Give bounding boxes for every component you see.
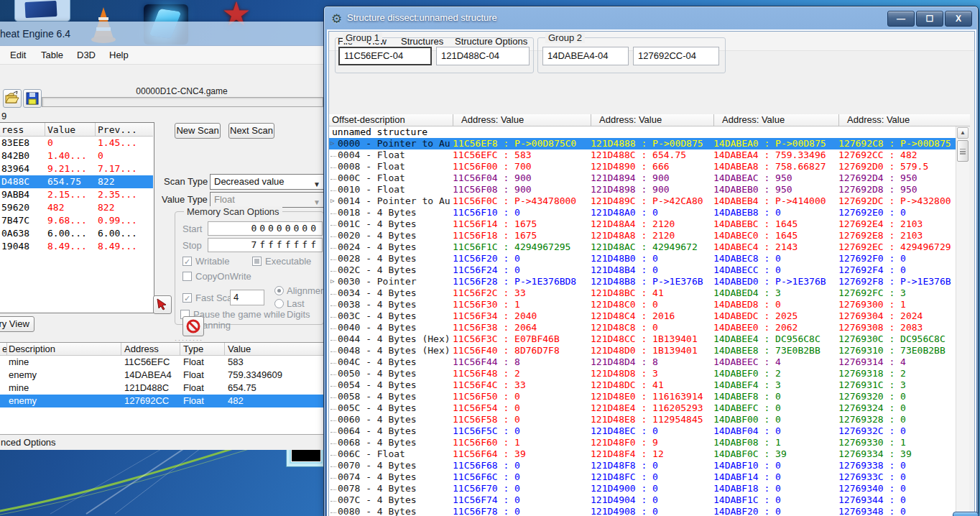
open-table-button[interactable] xyxy=(3,89,22,108)
column-address[interactable]: Address xyxy=(124,344,159,354)
dissect-row[interactable]: 007C - 4 Bytes11C56F74 : 0121D4904 : 014… xyxy=(329,494,956,506)
column-address-value-1[interactable]: Address: Value xyxy=(461,114,524,125)
fast-scan-checkbox[interactable]: ✓ xyxy=(182,293,192,303)
group2-address-1[interactable]: 14DABEA4-04 xyxy=(542,47,629,65)
menu-d3d[interactable]: D3D xyxy=(77,50,96,60)
dissect-row[interactable]: 0054 - 4 Bytes11C56F4C : 33121D48DC : 41… xyxy=(329,379,956,391)
column-offset-description[interactable]: Offset-description xyxy=(332,114,405,125)
save-table-button[interactable] xyxy=(23,89,42,108)
menu-table[interactable]: Table xyxy=(41,50,63,60)
column-address[interactable]: ress xyxy=(1,124,24,137)
dissect-row[interactable]: 0048 - 4 Bytes (Hex)11C56F40 : 8D76D7F81… xyxy=(329,345,956,356)
dissect-row[interactable]: 0024 - 4 Bytes11C56F1C : 4294967295121D4… xyxy=(329,241,956,253)
scan-result-row[interactable]: 190488.49...8.49... xyxy=(0,240,153,253)
scan-result-row[interactable]: 83EE801.45... xyxy=(0,137,153,149)
column-address-value-2[interactable]: Address: Value xyxy=(599,114,662,125)
column-description[interactable]: Description xyxy=(9,344,55,354)
vertical-scrollbar[interactable]: ▲ xyxy=(956,126,969,516)
scan-result-row[interactable]: 842B01.40...0 xyxy=(0,149,153,162)
column-type[interactable]: Type xyxy=(183,344,203,354)
scan-result-row[interactable]: 0A6386.00...6.00... xyxy=(0,227,153,240)
scan-results-header[interactable]: ress Value Prev... xyxy=(0,123,153,137)
dissect-row[interactable]: 0050 - 4 Bytes11C56F48 : 2121D48D8 : 314… xyxy=(329,368,956,379)
cheat-table-row[interactable]: mine11C56EFCFloat583 xyxy=(0,356,325,369)
dissect-row[interactable]: 006C - Float11C56F64 : 39121D48F4 : 1214… xyxy=(329,448,956,460)
dissect-row[interactable]: 0040 - 4 Bytes11C56F38 : 2064121D48C8 : … xyxy=(329,322,956,333)
minimize-button[interactable]: — xyxy=(887,11,915,27)
cheat-table-row[interactable]: mine121D488CFloat654.75 xyxy=(0,382,325,395)
column-prev[interactable]: Prev... xyxy=(98,124,137,137)
dissect-row[interactable]: ▷0000 - Pointer to Au11C56EF8 : P->00D87… xyxy=(329,138,956,149)
expand-arrow-icon[interactable]: ▷ xyxy=(329,276,338,287)
last-digits-radio[interactable] xyxy=(274,299,284,308)
pointer-scan-arrow-button[interactable] xyxy=(153,295,172,314)
scan-results-list[interactable]: ress Value Prev... 83EE801.45...842B01.4… xyxy=(0,122,154,313)
dissect-row[interactable]: 0028 - 4 Bytes11C56F20 : 0121D48B0 : 014… xyxy=(329,253,956,264)
fast-scan-value-field[interactable]: 4 xyxy=(230,290,264,305)
dissect-row[interactable]: 0010 - Float11C56F08 : 900121D4898 : 900… xyxy=(329,184,956,195)
advanced-options-strip[interactable]: nced Options xyxy=(0,434,325,450)
scroll-down-button[interactable] xyxy=(953,512,979,516)
executable-checkbox[interactable] xyxy=(252,257,262,266)
start-address-field[interactable]: 00000000 xyxy=(208,221,323,236)
cheat-table-header[interactable]: e Description Address Type Value xyxy=(0,343,325,356)
cheat-engine-titlebar[interactable]: heat Engine 6.4 xyxy=(0,22,325,46)
column-address-value-4[interactable]: Address: Value xyxy=(847,114,910,125)
scan-type-combo[interactable]: Decreased value ▼ xyxy=(210,174,325,190)
column-value[interactable]: Value xyxy=(228,344,251,354)
dissect-row[interactable]: 0044 - 4 Bytes (Hex)11C56F3C : E07BF46B1… xyxy=(329,333,956,345)
maximize-button[interactable]: ☐ xyxy=(916,11,943,27)
group1-address-1[interactable]: 11C56EFC-04 xyxy=(338,47,432,65)
new-scan-button[interactable]: New Scan xyxy=(175,123,221,139)
dissect-row[interactable]: 0058 - 4 Bytes11C56F50 : 0121D48E0 : 116… xyxy=(329,391,956,402)
scan-result-row[interactable]: 7B47C9.68...0.99... xyxy=(0,214,153,227)
dissect-row[interactable]: 000C - Float11C56F04 : 900121D4894 : 900… xyxy=(329,172,956,184)
dissect-row[interactable]: 0004 - Float11C56EFC : 583121D488C : 654… xyxy=(329,149,956,161)
dissect-row[interactable]: 0038 - 4 Bytes11C56F30 : 1121D48C0 : 014… xyxy=(329,299,956,310)
dissect-row[interactable]: 002C - 4 Bytes11C56F24 : 0121D48B4 : 014… xyxy=(329,264,956,276)
dissect-row[interactable]: 004C - 4 Bytes11C56F44 : 8121D48D4 : 814… xyxy=(329,356,956,368)
vertical-scroll-thumb[interactable] xyxy=(957,140,969,162)
dissect-row[interactable]: 0070 - 4 Bytes11C56F68 : 0121D48F8 : 014… xyxy=(329,460,956,471)
dissect-row[interactable]: 0008 - Float11C56F00 : 700121D4890 : 666… xyxy=(329,161,956,172)
dissect-row[interactable]: 0018 - 4 Bytes11C56F10 : 0121D48A0 : 014… xyxy=(329,207,956,218)
cheat-table-row[interactable]: enemy127692CCFloat482 xyxy=(0,395,325,407)
scroll-up-arrow[interactable]: ▲ xyxy=(957,127,969,139)
scan-result-row[interactable]: 839649.21...7.17... xyxy=(0,162,153,175)
scan-result-row[interactable]: D488C654.75822 xyxy=(0,175,153,188)
alignment-radio[interactable] xyxy=(274,286,284,295)
dissect-structure-list[interactable]: unnamed structure ▷0000 - Pointer to Au1… xyxy=(329,126,956,516)
dissect-row[interactable]: 0074 - 4 Bytes11C56F6C : 0121D48FC : 014… xyxy=(329,471,956,483)
stop-address-field[interactable]: 7fffffff xyxy=(208,238,323,252)
dissect-row[interactable]: 003C - 4 Bytes11C56F34 : 2040121D48C4 : … xyxy=(329,310,956,322)
column-value[interactable]: Value xyxy=(47,124,75,137)
scan-result-row[interactable]: 9ABB42.15...2.35... xyxy=(0,188,153,201)
copyonwrite-checkbox[interactable] xyxy=(182,272,192,281)
dissect-row[interactable]: 0034 - 4 Bytes11C56F2C : 33121D48BC : 41… xyxy=(329,287,956,299)
dissect-row[interactable]: 0060 - 4 Bytes11C56F58 : 0121D48E8 : 112… xyxy=(329,414,956,425)
cancel-scan-button[interactable] xyxy=(182,316,204,336)
dissect-titlebar[interactable]: ⚙ Structure dissect:unnamed structure — … xyxy=(324,6,978,31)
dissect-row[interactable]: 0078 - 4 Bytes11C56F70 : 0121D4900 : 014… xyxy=(329,483,956,494)
expand-arrow-icon[interactable]: ▷ xyxy=(329,138,338,149)
menu-help[interactable]: Help xyxy=(109,50,129,60)
cheat-table-row[interactable]: enemy14DABEA4Float759.3349609 xyxy=(0,369,325,382)
expand-arrow-icon[interactable]: ▷ xyxy=(329,195,338,207)
dissect-row[interactable]: 005C - 4 Bytes11C56F54 : 0121D48E4 : 116… xyxy=(329,402,956,414)
dissect-row[interactable]: 001C - 4 Bytes11C56F14 : 1675121D48A4 : … xyxy=(329,218,956,230)
cheat-table[interactable]: e Description Address Type Value mine11C… xyxy=(0,342,325,434)
menu-edit[interactable]: Edit xyxy=(10,50,26,60)
writable-checkbox[interactable]: ✓ xyxy=(182,257,192,266)
column-address-value-3[interactable]: Address: Value xyxy=(722,114,785,125)
dissect-row[interactable]: ▷0030 - Pointer11C56F28 : P->1E376BD8121… xyxy=(329,276,956,287)
dissect-row[interactable]: ▷0014 - Pointer to Au11C56F0C : P->43478… xyxy=(329,195,956,207)
structure-root[interactable]: unnamed structure xyxy=(329,126,956,138)
dissect-row[interactable]: 0020 - 4 Bytes11C56F18 : 1675121D48A8 : … xyxy=(329,230,956,241)
dissect-column-header[interactable]: Offset-description Address: Value Addres… xyxy=(329,114,970,126)
group1-address-2[interactable]: 121D488C-04 xyxy=(436,47,530,65)
memory-view-button[interactable]: ory View xyxy=(0,316,34,332)
next-scan-button[interactable]: Next Scan xyxy=(228,123,274,139)
dissect-row[interactable]: 0080 - 4 Bytes11C56F78 : 0121D4908 : 014… xyxy=(329,506,956,516)
dissect-row[interactable]: 0068 - 4 Bytes11C56F60 : 1121D48F0 : 914… xyxy=(329,437,956,448)
group2-address-2[interactable]: 127692CC-04 xyxy=(633,47,719,65)
